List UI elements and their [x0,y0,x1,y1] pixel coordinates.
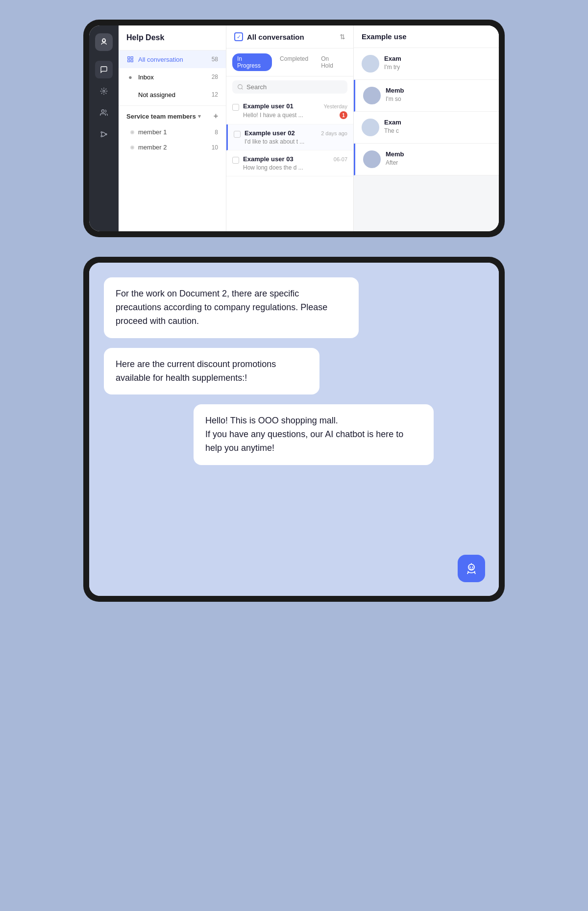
nav-not-assigned[interactable]: Not assigned 12 [119,86,226,103]
member-item-2[interactable]: member 2 10 [119,140,226,155]
svg-point-13 [238,85,243,89]
user-info-1: Memb I'm so [386,87,491,102]
app-logo [95,33,113,51]
svg-rect-9 [128,57,130,59]
svg-point-2 [102,40,103,41]
conv-content-1: Example user 02 2 days ago I'd like to a… [245,129,347,145]
conv-time-0: Yesterday [323,103,347,109]
sidebar-icon-chat[interactable] [95,61,113,78]
chat-app: For the work on Document 2, there are sp… [89,263,499,596]
nav-not-assigned-label: Not assigned [138,91,208,98]
user-msg-3: After [386,159,491,166]
nav-inbox-label: Inbox [138,74,208,81]
select-all-checkbox[interactable]: ✓ [234,32,243,41]
bot-icon [465,562,478,575]
right-panel: Example use Exam I'm try Memb I'm so [354,25,499,231]
nav-all-conversation[interactable]: All conversation 58 [119,50,226,68]
nav-not-assigned-count: 12 [212,91,218,98]
conv-preview-0: Hello! I have a quest ... [243,112,337,119]
conv-user-2: Example user 03 [243,155,294,163]
user-card-3[interactable]: Memb After [354,144,499,175]
middle-panel: ✓ All conversation ⇅ In Progress Complet… [226,25,354,231]
nav-divider [119,105,226,106]
conv-preview-1: I'd like to ask about t ... [245,138,347,145]
conv-user-1: Example user 02 [245,129,295,137]
user-name-3: Memb [386,150,491,158]
conversation-item-0[interactable]: Example user 01 Yesterday Hello! I have … [226,98,353,124]
right-panel-header: Example use [354,25,499,48]
user-name-0: Exam [384,55,491,62]
search-bar[interactable] [232,80,347,94]
svg-point-6 [101,132,102,133]
chat-message-0: For the work on Document 2, there are sp… [116,289,327,326]
search-icon [237,84,244,90]
svg-point-7 [101,136,102,137]
chat-message-1: Here are the current discount promotions… [116,359,276,383]
conv-content-2: Example user 03 06-07 How long does the … [243,155,347,171]
chevron-down-icon: ▾ [198,113,201,120]
user-card-2[interactable]: Exam The c [354,112,499,144]
user-msg-0: I'm try [384,64,491,71]
conv-checkbox-1[interactable] [234,131,241,138]
conv-badge-0: 1 [340,111,347,119]
bottom-device: For the work on Document 2, there are sp… [83,257,505,602]
user-name-2: Exam [384,119,491,126]
user-info-3: Memb After [386,150,491,166]
section-service-team[interactable]: Service team members ▾ + [119,108,226,124]
user-msg-1: I'm so [386,96,491,102]
add-member-button[interactable]: + [214,112,218,121]
conv-checkbox-0[interactable] [232,104,239,111]
filter-in-progress[interactable]: In Progress [232,53,272,71]
user-name-1: Memb [386,87,491,94]
chat-bubble-0: For the work on Document 2, there are sp… [104,277,359,338]
user-avatar-1 [363,87,381,104]
nav-inbox[interactable]: ● Inbox 28 [119,68,226,86]
svg-rect-1 [103,39,105,40]
filter-completed[interactable]: Completed [275,53,313,71]
svg-point-15 [469,566,471,568]
chat-fab-button[interactable] [458,555,485,582]
user-msg-2: The c [384,127,491,134]
svg-point-5 [101,110,104,112]
helpdesk-app: Help Desk All conversation 58 ● Inbox 28 [89,25,499,231]
member-dot-2 [130,146,134,149]
conversation-item-1[interactable]: Example user 02 2 days ago I'd like to a… [226,124,353,150]
top-device: Help Desk All conversation 58 ● Inbox 28 [83,20,505,237]
conv-preview-2: How long does the d ... [243,164,347,171]
chat-bubble-2: Hello! This is OOO shopping mall.If you … [194,404,434,465]
user-avatar-3 [363,150,381,168]
conversation-item-2[interactable]: Example user 03 06-07 How long does the … [226,150,353,176]
user-card-0[interactable]: Exam I'm try [354,48,499,80]
member-1-count: 8 [215,129,218,136]
all-conversation-icon [126,55,134,63]
user-card-1[interactable]: Memb I'm so [354,80,499,112]
not-assigned-icon [126,91,134,98]
sidebar-icon-settings[interactable] [95,82,113,100]
nav-inbox-count: 28 [212,74,218,80]
conv-user-0: Example user 01 [243,102,294,110]
filter-on-hold[interactable]: On Hold [316,53,347,71]
nav-all-conversation-label: All conversation [138,56,208,63]
chat-message-2: Hello! This is OOO shopping mall.If you … [205,416,403,453]
middle-panel-header: ✓ All conversation ⇅ [226,25,353,49]
sort-icon[interactable]: ⇅ [340,33,345,41]
svg-rect-11 [128,60,130,62]
user-avatar-0 [362,55,379,73]
chat-container: For the work on Document 2, there are sp… [89,263,499,596]
nav-all-conversation-count: 58 [212,56,218,63]
conv-content-0: Example user 01 Yesterday Hello! I have … [243,102,347,119]
sidebar-icon-users[interactable] [95,104,113,122]
member-2-label: member 2 [138,144,167,151]
conv-checkbox-2[interactable] [232,157,239,164]
svg-point-16 [472,566,473,568]
section-service-team-label: Service team members [126,113,196,120]
svg-rect-10 [131,57,133,59]
filter-tabs: In Progress Completed On Hold [226,49,353,76]
member-item-1[interactable]: member 1 8 [119,124,226,140]
member-dot-1 [130,130,134,134]
search-input[interactable] [246,83,343,91]
member-2-count: 10 [212,144,218,151]
user-avatar-2 [362,119,379,136]
left-panel-title: Help Desk [119,25,226,50]
sidebar-icon-workflow[interactable] [95,125,113,143]
